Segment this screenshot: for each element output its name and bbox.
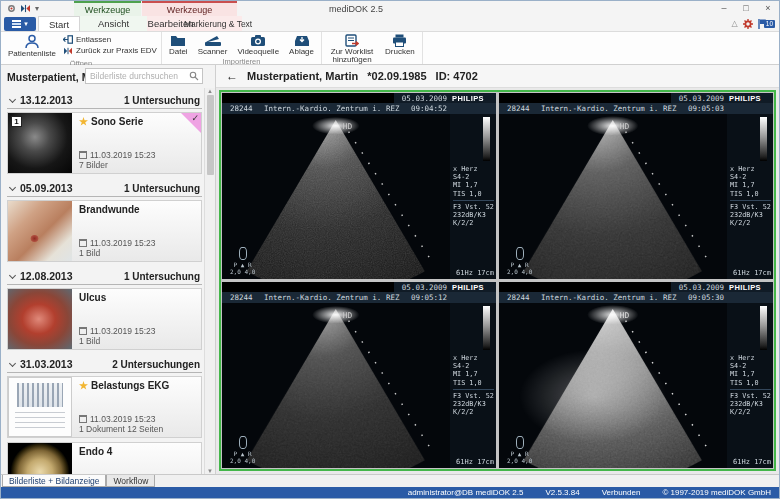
us-frequency-depth: 61Hz 17cm (456, 269, 494, 277)
probe-icon (516, 436, 524, 449)
ultrasound-tile-1[interactable]: 05.03.2009 PHILIPS 28244 Intern.-Kardio.… (222, 93, 496, 279)
list-item-brandwunde[interactable]: Brandwunde 11.03.2019 15:23 1 Bild (7, 200, 202, 262)
close-button[interactable]: × (757, 1, 779, 16)
list-item-belastungs-ekg[interactable]: ★ Belastungs EKG 11.03.2019 15:23 1 Doku… (7, 376, 202, 438)
ribbon-group-oeffnen: Patientenliste Entlassen (1, 32, 162, 64)
zur-worklist-button[interactable]: Zur Worklist hinzufügen (326, 33, 378, 66)
search-icon[interactable] (189, 71, 199, 81)
us-time: 09:05:12 (411, 293, 452, 302)
sidebar-scrollbar[interactable]: ▲ ▼ (204, 88, 215, 474)
status-version: V2.5.3.84 (545, 488, 579, 497)
collapse-chevron-icon (9, 359, 16, 366)
maximize-button[interactable]: □ (735, 1, 757, 16)
exam-date: 11.03.2019 15:23 (90, 414, 156, 424)
entlassen-button[interactable]: Entlassen (63, 35, 157, 44)
us-time: 09:05:30 (688, 293, 729, 302)
contextual-group-bearbeiten-label: Werkzeuge (142, 1, 237, 16)
drucken-button[interactable]: Drucken (382, 33, 418, 57)
us-date: 05.03.2009 (394, 94, 452, 103)
collapse-chevron-icon (9, 271, 16, 278)
tab-workflow[interactable]: Workflow (106, 475, 155, 487)
list-item-endo-4[interactable]: Endo 4 11.03.2019 15:23 4 Bilder (7, 442, 202, 474)
probe-orientation-marker: P ▲ R2,0 4,0 (230, 436, 255, 464)
app-gear-icon[interactable] (7, 4, 16, 13)
us-frequency-depth: 61Hz 17cm (733, 458, 771, 466)
zurueck-praxis-edv-button[interactable]: Zurück zur Praxis EDV (63, 46, 157, 55)
scroll-up-icon[interactable]: ▲ (207, 88, 213, 94)
tab-ansicht[interactable]: Ansicht (80, 16, 147, 31)
patientenliste-button[interactable]: Patientenliste (5, 33, 59, 59)
inbox-archive-icon (294, 34, 310, 47)
star-icon: ★ (79, 380, 88, 391)
hd-label: HD (343, 122, 353, 131)
ultrasound-tile-3[interactable]: 05.03.2009 PHILIPS 28244 Intern.-Kardio.… (222, 282, 496, 468)
patient-birthdate: *02.09.1985 (367, 70, 426, 82)
us-annotations: x HerzS4-2 MI 1,7TIS 1,0 F3 Vst. 52232dB… (730, 165, 771, 227)
status-copyright: © 1997-2019 mediDOK GmbH (662, 488, 771, 497)
us-clinic-name: Intern.-Kardio. Zentrum i. REZ (530, 293, 688, 302)
list-item-sono-serie[interactable]: 1 ★ Sono Serie 11.03.2019 15:23 7 Bilder… (7, 112, 202, 174)
tab-bilderliste-bildanzeige[interactable]: Bilderliste + Bildanzeige (2, 475, 106, 487)
worklist-flag[interactable]: 10 (758, 19, 775, 29)
scanner-button[interactable]: Scanner (195, 33, 231, 57)
selection-check-icon: ✓ (191, 113, 199, 123)
patient-name: Musterpatient, Martin (247, 70, 358, 82)
sidebar-patient-name: Musterpatient, Martin (7, 71, 89, 83)
camera-icon (250, 34, 266, 47)
search-input[interactable] (86, 71, 189, 81)
ultrasound-tile-4[interactable]: 05.03.2009 PHILIPS 28244 Intern.-Kardio.… (499, 282, 773, 468)
us-time: 09:05:03 (688, 104, 729, 113)
flag-count-badge: 10 (764, 20, 775, 28)
philips-logo: PHILIPS (729, 94, 773, 103)
view-mode-tabs: Bilderliste + Bildanzeige Workflow (1, 474, 779, 487)
list-item-ulcus[interactable]: Ulcus 11.03.2019 15:23 1 Bild (7, 288, 202, 350)
hd-label: HD (343, 311, 353, 320)
us-time: 09:04:52 (411, 104, 452, 113)
exam-date: 11.03.2019 15:23 (90, 238, 156, 248)
folder-icon (170, 34, 186, 47)
medidok-window: ▾ Werkzeuge Werkzeuge mediDOK 2.5 – □ × … (0, 0, 780, 499)
scrollbar-thumb[interactable] (207, 95, 214, 175)
us-frequency-depth: 61Hz 17cm (456, 458, 494, 466)
hd-label: HD (620, 311, 630, 320)
calendar-icon (79, 239, 87, 247)
medidok-logo-icon[interactable] (20, 4, 31, 13)
quick-access-toolbar: ▾ (1, 1, 45, 16)
tab-start[interactable]: Start (38, 16, 80, 31)
tab-markierung-text[interactable]: Markierung & Text (194, 16, 242, 31)
ribbon-tab-row: ▾ Start Ansicht Bearbeiten Markierung & … (1, 16, 779, 32)
exam-thumbnail (8, 289, 72, 349)
us-date: 05.03.2009 (394, 283, 452, 292)
minimize-button[interactable]: – (713, 1, 735, 16)
exam-count: 1 Dokument 12 Seiten (79, 424, 197, 435)
us-annotations: x HerzS4-2 MI 1,7TIS 1,0 F3 Vst. 52232dB… (453, 165, 494, 227)
probe-icon (516, 247, 524, 260)
exam-count: 7 Bilder (79, 160, 197, 171)
datei-button[interactable]: Datei (166, 33, 191, 57)
examination-list: 13.12.2013 1 Untersuchung 1 ★ Sono Serie… (1, 88, 215, 474)
alert-triangle-icon[interactable]: △ (732, 19, 738, 28)
date-group-header[interactable]: 05.09.2013 1 Untersuchung (7, 178, 202, 197)
date-group-header[interactable]: 12.08.2013 1 Untersuchung (7, 266, 202, 285)
scroll-down-icon[interactable]: ▼ (207, 468, 213, 474)
calendar-icon (79, 327, 87, 335)
ablage-button[interactable]: Ablage (286, 33, 317, 57)
exam-title: Sono Serie (91, 116, 143, 127)
exam-count: 1 Bild (79, 336, 197, 347)
philips-logo: PHILIPS (452, 283, 496, 292)
exam-thumbnail: 1 (8, 113, 72, 173)
app-menu-button[interactable]: ▾ (4, 17, 36, 31)
date-group-header[interactable]: 31.03.2013 2 Untersuchungen (7, 354, 202, 373)
discharge-icon (63, 35, 73, 44)
back-arrow-icon[interactable]: ← (226, 69, 238, 83)
us-station-id: 28244 (499, 104, 530, 113)
probe-orientation-marker: P ▲ R2,0 4,0 (507, 247, 532, 275)
image-number-badge: 1 (11, 116, 22, 127)
videoquelle-button[interactable]: Videoquelle (234, 33, 282, 57)
tray-icons: △ 10 (732, 16, 775, 31)
us-frequency-depth: 61Hz 17cm (733, 269, 771, 277)
ultrasound-tile-2[interactable]: 05.03.2009 PHILIPS 28244 Intern.-Kardio.… (499, 93, 773, 279)
qat-dropdown-icon[interactable]: ▾ (35, 5, 39, 13)
date-group-header[interactable]: 13.12.2013 1 Untersuchung (7, 90, 202, 109)
settings-gear-icon[interactable] (743, 19, 753, 29)
